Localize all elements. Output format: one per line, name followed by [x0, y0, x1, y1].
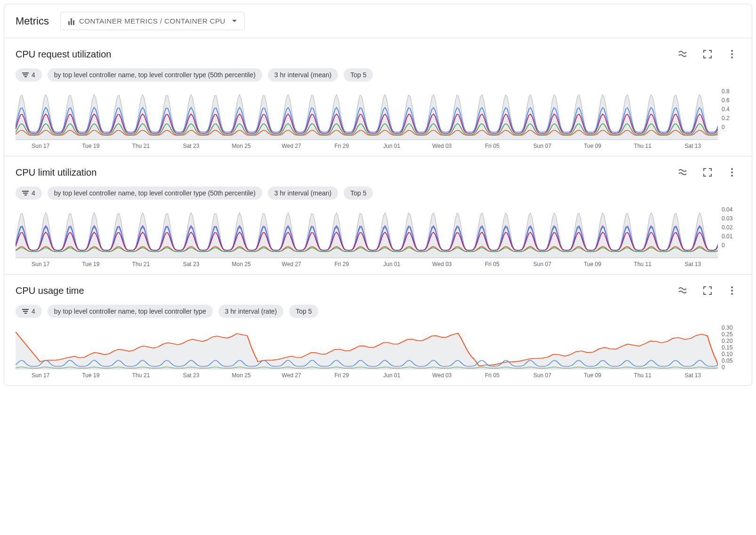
chip[interactable]: by top level controller name, top level …	[48, 305, 213, 318]
chart[interactable]: Sun 17Tue 19Thu 21Sat 23Mon 25Wed 27Fri …	[16, 324, 718, 379]
chart-panel: CPU limit utilization4by top level contr…	[4, 156, 752, 275]
metrics-container: Metrics CONTAINER METRICS / CONTAINER CP…	[4, 4, 752, 386]
legend-toggle-icon[interactable]	[677, 285, 689, 296]
filter-icon	[22, 191, 29, 195]
metric-selector[interactable]: CONTAINER METRICS / CONTAINER CPU	[60, 12, 245, 30]
page-title: Metrics	[16, 15, 49, 27]
panel-title: CPU usage time	[16, 285, 84, 296]
chart-panel: CPU usage time4by top level controller n…	[4, 275, 752, 385]
more-options-icon[interactable]	[726, 49, 738, 60]
chip[interactable]: Top 5	[344, 186, 373, 200]
chip[interactable]: 3 hr interval (rate)	[218, 305, 283, 318]
more-options-icon[interactable]	[726, 285, 738, 296]
fullscreen-icon[interactable]	[702, 167, 713, 178]
legend-toggle-icon[interactable]	[677, 49, 689, 60]
y-axis: 0.80.60.40.20	[722, 88, 740, 140]
y-axis: 0.040.030.020.010	[722, 206, 740, 258]
panel-title: CPU limit utilization	[16, 167, 97, 178]
bar-chart-icon	[68, 17, 74, 25]
x-axis: Sun 17Tue 19Thu 21Sat 23Mon 25Wed 27Fri …	[16, 258, 718, 268]
filter-icon	[22, 73, 29, 77]
y-axis: 0.300.250.200.150.100.050	[722, 324, 740, 369]
fullscreen-icon[interactable]	[702, 49, 713, 60]
legend-toggle-icon[interactable]	[677, 167, 689, 178]
filter-chip[interactable]: 4	[16, 305, 42, 318]
top-bar: Metrics CONTAINER METRICS / CONTAINER CP…	[4, 4, 752, 38]
more-options-icon[interactable]	[726, 167, 738, 178]
filter-chip[interactable]: 4	[16, 68, 42, 81]
filter-icon	[22, 309, 29, 314]
filter-chip[interactable]: 4	[16, 186, 42, 200]
chart[interactable]: Sun 17Tue 19Thu 21Sat 23Mon 25Wed 27Fri …	[16, 88, 718, 149]
chart-panel: CPU request utilization4by top level con…	[4, 38, 752, 156]
chip[interactable]: 3 hr interval (mean)	[268, 68, 338, 81]
chip[interactable]: by top level controller name, top level …	[48, 68, 262, 81]
x-axis: Sun 17Tue 19Thu 21Sat 23Mon 25Wed 27Fri …	[16, 369, 718, 379]
chart[interactable]: Sun 17Tue 19Thu 21Sat 23Mon 25Wed 27Fri …	[16, 206, 718, 268]
fullscreen-icon[interactable]	[702, 285, 713, 296]
chip[interactable]: 3 hr interval (mean)	[268, 186, 338, 200]
chip[interactable]: Top 5	[344, 68, 373, 81]
chevron-down-icon	[232, 20, 237, 22]
x-axis: Sun 17Tue 19Thu 21Sat 23Mon 25Wed 27Fri …	[16, 140, 718, 149]
panel-title: CPU request utilization	[16, 49, 111, 60]
chip[interactable]: by top level controller name, top level …	[48, 186, 262, 200]
selector-label: CONTAINER METRICS / CONTAINER CPU	[79, 17, 225, 25]
chip[interactable]: Top 5	[289, 305, 318, 318]
